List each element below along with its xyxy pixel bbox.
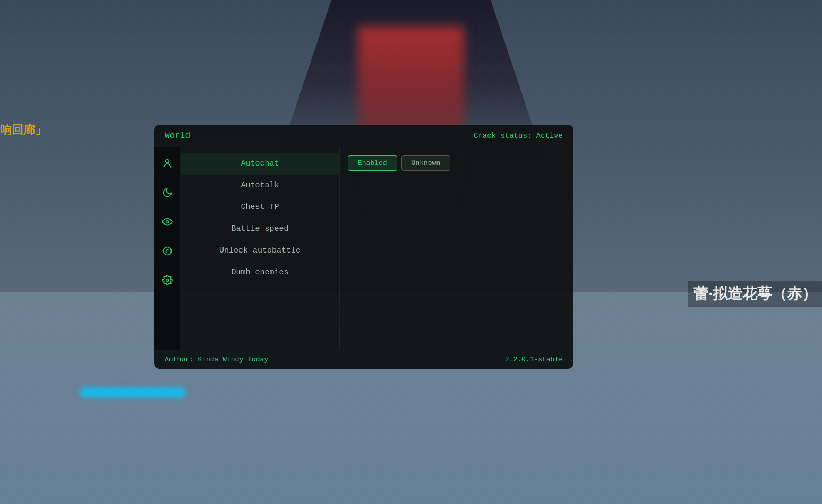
menu-item-battle-speed[interactable]: Battle speed [181, 218, 339, 240]
menu-item-unlock-autobattle[interactable]: Unlock autobattle [181, 240, 339, 262]
enabled-button[interactable]: Enabled [348, 155, 397, 171]
settings-icon [162, 275, 173, 285]
svg-point-1 [166, 221, 168, 223]
sidebar-icon-person[interactable] [159, 155, 175, 171]
sidebar [154, 147, 181, 350]
crack-status: Crack status: Active [474, 132, 563, 140]
footer-version: 2.2.0.1-stable [505, 355, 563, 363]
panel-title: World [165, 131, 190, 141]
menu-item-chest-tp[interactable]: Chest TP [181, 196, 339, 218]
menu-panel: Autochat Autotalk Chest TP Battle speed … [181, 147, 340, 350]
entity-text-right: 蕾·拟造花萼（赤） [688, 281, 822, 307]
eye-icon [162, 216, 173, 227]
footer-author: Author: Kinda Windy Today [165, 355, 268, 363]
panel-body: Autochat Autotalk Chest TP Battle speed … [154, 147, 573, 350]
status-buttons-row: Enabled Unknown [345, 153, 568, 173]
location-text-left: 响回廊」 [0, 122, 47, 138]
sidebar-icon-copyright[interactable] [159, 243, 175, 259]
bg-blue-light [80, 387, 186, 398]
person-icon [162, 158, 173, 169]
main-panel: World Crack status: Active [154, 125, 573, 369]
svg-point-0 [165, 160, 169, 163]
panel-footer: Author: Kinda Windy Today 2.2.0.1-stable [154, 350, 573, 369]
sidebar-icon-moon[interactable] [159, 185, 175, 201]
menu-item-dumb-enemies[interactable]: Dumb enemies [181, 262, 339, 283]
moon-icon [162, 187, 173, 198]
svg-point-3 [166, 279, 168, 282]
menu-item-autochat[interactable]: Autochat [181, 153, 339, 175]
sidebar-icon-eye[interactable] [159, 214, 175, 230]
copyright-icon [162, 246, 173, 256]
panel-header: World Crack status: Active [154, 125, 573, 147]
menu-item-autotalk[interactable]: Autotalk [181, 175, 339, 196]
svg-point-2 [163, 247, 171, 255]
sidebar-icon-settings[interactable] [159, 272, 175, 288]
unknown-button[interactable]: Unknown [401, 155, 451, 171]
content-panel: Enabled Unknown [340, 147, 573, 350]
